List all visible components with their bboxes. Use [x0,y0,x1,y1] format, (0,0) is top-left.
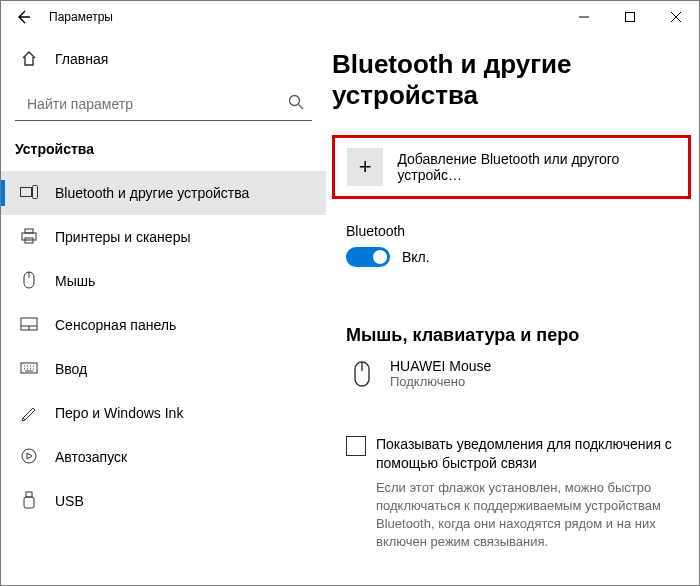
svg-rect-12 [24,497,34,508]
sidebar-item-autoplay[interactable]: Автозапуск [1,435,326,479]
sidebar-item-label: Принтеры и сканеры [55,229,190,245]
svg-rect-11 [26,492,32,497]
maximize-button[interactable] [607,1,653,33]
window-controls [561,1,699,33]
touchpad-icon [19,317,39,334]
minimize-button[interactable] [561,1,607,33]
add-device-label: Добавление Bluetooth или другого устройс… [397,151,676,183]
sidebar-item-label: Сенсорная панель [55,317,176,333]
back-button[interactable] [1,1,45,33]
swift-pair-label: Показывать уведомления для подключения с… [376,435,679,473]
sidebar-item-pen[interactable]: Перо и Windows Ink [1,391,326,435]
sidebar-item-label: Мышь [55,273,95,289]
sidebar-item-label: Автозапуск [55,449,127,465]
svg-rect-4 [22,233,36,240]
home-icon [19,49,39,70]
sidebar-item-touchpad[interactable]: Сенсорная панель [1,303,326,347]
search-box[interactable] [15,87,312,121]
svg-rect-0 [626,13,635,22]
swift-pair-help: Если этот флажок установлен, можно быстр… [376,479,679,552]
printer-icon [19,228,39,247]
close-icon [671,12,681,22]
swift-pair-checkbox[interactable] [346,436,366,456]
svg-point-1 [290,96,300,106]
sidebar-item-typing[interactable]: Ввод [1,347,326,391]
autoplay-icon [19,448,39,467]
bluetooth-toggle[interactable] [346,247,390,267]
arrow-left-icon [15,9,31,25]
svg-rect-5 [25,229,33,233]
sidebar-item-label: Ввод [55,361,87,377]
main-panel: Bluetooth и другие устройства + Добавлен… [326,33,699,585]
sidebar-item-mouse[interactable]: Мышь [1,259,326,303]
svg-point-10 [22,449,36,463]
svg-rect-2 [21,187,32,196]
sidebar-item-printers[interactable]: Принтеры и сканеры [1,215,326,259]
svg-rect-3 [33,185,38,198]
keyboard-icon [19,361,39,377]
bluetooth-toggle-state: Вкл. [402,249,430,265]
bluetooth-section-label: Bluetooth [346,223,699,239]
plus-icon: + [347,148,383,186]
device-item[interactable]: HUAWEI Mouse Подключено [346,358,699,389]
sidebar-item-label: USB [55,493,84,509]
add-device-button[interactable]: + Добавление Bluetooth или другого устро… [332,135,691,199]
app-title: Параметры [45,10,113,24]
sidebar-home-label: Главная [55,51,108,67]
usb-icon [19,491,39,512]
sidebar-nav: Bluetooth и другие устройства Принтеры и… [1,171,326,523]
devices-icon [19,185,39,202]
device-name: HUAWEI Mouse [390,358,491,374]
search-input[interactable] [25,95,288,113]
sidebar: Главная Устройства Bluetooth и другие ус… [1,33,326,585]
mouse-keyboard-pen-heading: Мышь, клавиатура и перо [346,325,699,346]
pen-icon [19,404,39,423]
mouse-icon [19,271,39,292]
mouse-device-icon [346,358,378,388]
device-status: Подключено [390,374,491,389]
sidebar-item-label: Bluetooth и другие устройства [55,185,249,201]
minimize-icon [579,12,589,22]
sidebar-home[interactable]: Главная [1,39,326,79]
close-button[interactable] [653,1,699,33]
maximize-icon [625,12,635,22]
titlebar: Параметры [1,1,699,33]
sidebar-item-usb[interactable]: USB [1,479,326,523]
search-icon [288,94,304,113]
sidebar-item-label: Перо и Windows Ink [55,405,183,421]
sidebar-item-bluetooth[interactable]: Bluetooth и другие устройства [1,171,326,215]
sidebar-category-title: Устройства [1,141,326,171]
page-title: Bluetooth и другие устройства [332,49,699,111]
